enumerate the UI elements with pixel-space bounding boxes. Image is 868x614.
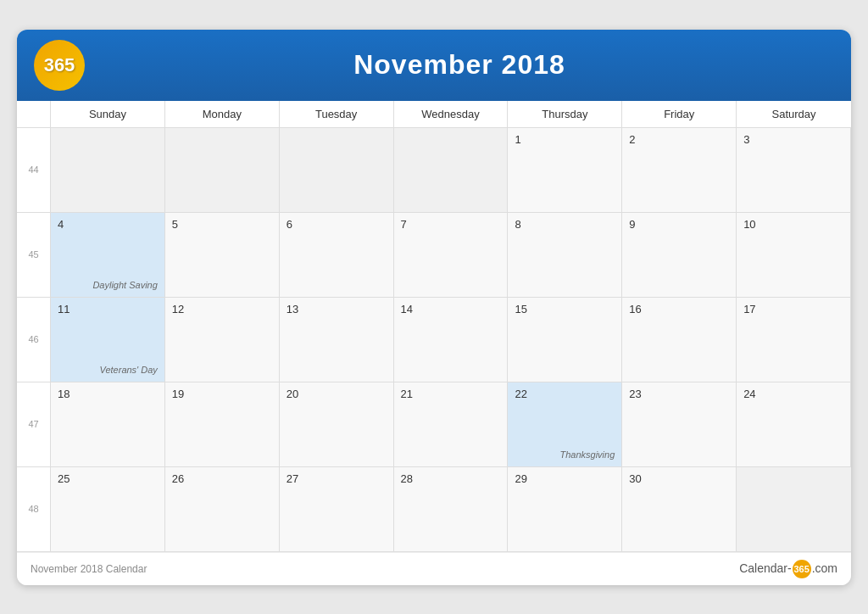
calendar-cell-11: 11Veterans' Day [51,298,165,382]
calendar-cell-5: 5 [165,213,280,298]
calendar-cell-empty [280,128,394,213]
week-label-45: 45 [17,213,51,298]
brand-365-badge: 365 [793,560,811,578]
cell-date-number: 28 [401,472,501,485]
cell-event-label: Daylight Saving [92,280,157,290]
cell-date-number: 19 [172,388,272,400]
calendar-cell-4: 4Daylight Saving [51,213,165,298]
calendar-cell-19: 19 [165,382,280,467]
calendar-cell-16: 16 [622,298,737,382]
calendar-header: 365 November 2018 [17,30,851,101]
calendar-cell-14: 14 [394,298,509,382]
cell-date-number: 14 [401,303,501,315]
footer-caption: November 2018 Calendar [31,563,147,575]
calendar-cell-26: 26 [165,467,280,552]
calendar-cell-empty [165,128,280,213]
cell-date-number: 12 [172,303,272,315]
calendar-cell-27: 27 [280,467,394,552]
calendar-container: 365 November 2018 SundayMondayTuesdayWed… [17,30,851,585]
calendar-cell-empty [51,128,165,213]
calendar-cell-15: 15 [508,298,622,382]
cell-date-number: 20 [287,388,387,400]
cell-date-number: 3 [743,133,843,146]
cell-date-number: 30 [629,472,729,485]
cell-date-number: 4 [58,218,158,231]
calendar-body: SundayMondayTuesdayWednesdayThursdayFrid… [17,101,851,552]
cell-date-number: 25 [58,472,158,485]
cell-date-number: 27 [287,472,387,485]
calendar-cell-7: 7 [394,213,509,298]
calendar-cell-23: 23 [622,382,737,467]
footer-brand: Calendar-365.com [739,560,837,578]
calendar-cell-9: 9 [622,213,737,298]
cell-date-number: 15 [515,303,615,315]
cell-date-number: 9 [629,218,729,231]
cell-date-number: 18 [58,388,158,400]
calendar-cell-empty [394,128,509,213]
day-header-saturday: Saturday [737,101,851,127]
cell-date-number: 21 [401,388,501,400]
week-label-48: 48 [17,467,51,552]
calendar-grid: 44123454Daylight Saving56789104611Vetera… [17,128,851,552]
cell-date-number: 23 [629,388,729,400]
calendar-cell-12: 12 [165,298,280,382]
cell-date-number: 26 [172,472,272,485]
cell-date-number: 17 [743,303,843,315]
cell-date-number: 29 [515,472,615,485]
week-label-header [17,101,51,127]
calendar-cell-1: 1 [508,128,622,213]
cell-date-number: 16 [629,303,729,315]
cell-date-number: 10 [743,218,843,231]
calendar-cell-22: 22Thanksgiving [508,382,622,467]
calendar-cell-10: 10 [737,213,851,298]
calendar-cell-8: 8 [508,213,622,298]
calendar-cell-3: 3 [737,128,851,213]
calendar-cell-28: 28 [394,467,509,552]
logo-circle: 365 [34,40,85,91]
calendar-cell-25: 25 [51,467,165,552]
day-header-thursday: Thursday [508,101,622,127]
calendar-cell-empty [737,467,851,552]
cell-date-number: 1 [515,133,615,146]
day-header-sunday: Sunday [51,101,165,127]
brand-text: Calendar- [739,561,791,575]
week-label-46: 46 [17,298,51,382]
logo-text: 365 [44,54,75,76]
calendar-title: November 2018 [85,49,834,81]
calendar-cell-18: 18 [51,382,165,467]
day-header-friday: Friday [622,101,737,127]
cell-date-number: 2 [629,133,729,146]
week-label-44: 44 [17,128,51,213]
cell-date-number: 13 [287,303,387,315]
calendar-footer: November 2018 Calendar Calendar-365.com [17,552,851,585]
cell-date-number: 24 [743,388,843,400]
calendar-cell-17: 17 [737,298,851,382]
cell-date-number: 22 [515,388,615,400]
week-label-47: 47 [17,382,51,467]
day-header-monday: Monday [165,101,280,127]
day-header-wednesday: Wednesday [394,101,509,127]
calendar-cell-6: 6 [280,213,394,298]
calendar-cell-24: 24 [737,382,851,467]
cell-date-number: 11 [58,303,158,315]
cell-event-label: Thanksgiving [559,449,615,460]
day-headers-row: SundayMondayTuesdayWednesdayThursdayFrid… [17,101,851,128]
calendar-cell-21: 21 [394,382,509,467]
brand-suffix: .com [812,561,837,575]
calendar-cell-20: 20 [280,382,394,467]
cell-event-label: Veterans' Day [100,365,158,375]
cell-date-number: 6 [287,218,387,231]
calendar-cell-13: 13 [280,298,394,382]
cell-date-number: 5 [172,218,272,231]
calendar-cell-2: 2 [622,128,737,213]
calendar-cell-30: 30 [622,467,737,552]
day-header-tuesday: Tuesday [280,101,394,127]
cell-date-number: 8 [515,218,615,231]
calendar-cell-29: 29 [508,467,622,552]
cell-date-number: 7 [401,218,501,231]
